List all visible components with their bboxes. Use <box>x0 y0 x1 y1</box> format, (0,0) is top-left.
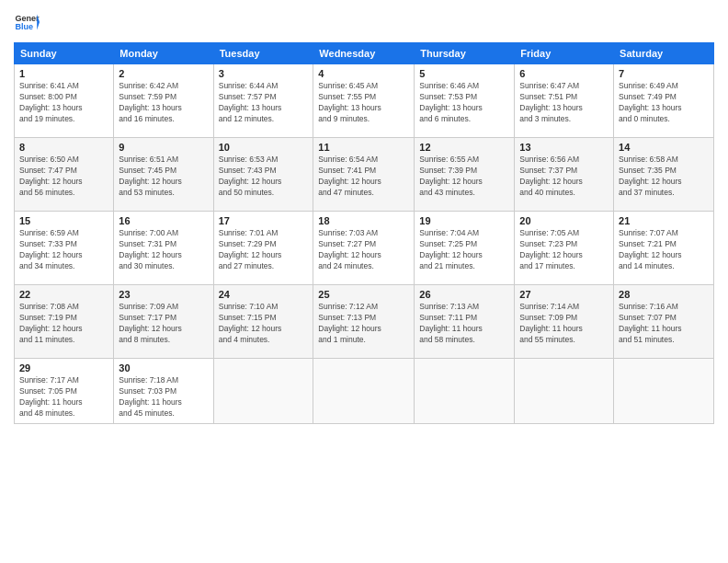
weekday-tuesday: Tuesday <box>213 43 313 64</box>
calendar-cell <box>313 359 415 424</box>
day-info: Sunrise: 7:05 AM Sunset: 7:23 PM Dayligh… <box>519 228 609 272</box>
day-info: Sunrise: 7:14 AM Sunset: 7:09 PM Dayligh… <box>519 302 609 346</box>
logo: General Blue <box>14 9 40 35</box>
calendar-cell: 6Sunrise: 6:47 AM Sunset: 7:51 PM Daylig… <box>515 64 614 138</box>
calendar-cell: 8Sunrise: 6:50 AM Sunset: 7:47 PM Daylig… <box>15 138 114 212</box>
day-info: Sunrise: 7:03 AM Sunset: 7:27 PM Dayligh… <box>318 228 409 272</box>
day-number: 7 <box>619 68 709 79</box>
day-number: 21 <box>619 215 709 226</box>
day-number: 20 <box>519 215 609 226</box>
day-number: 26 <box>419 289 509 300</box>
calendar-cell: 24Sunrise: 7:10 AM Sunset: 7:15 PM Dayli… <box>213 285 313 359</box>
svg-text:Blue: Blue <box>15 22 33 31</box>
calendar-week-3: 15Sunrise: 6:59 AM Sunset: 7:33 PM Dayli… <box>15 212 714 285</box>
day-number: 16 <box>119 215 208 226</box>
calendar-cell: 15Sunrise: 6:59 AM Sunset: 7:33 PM Dayli… <box>15 212 114 285</box>
calendar-cell <box>415 359 515 424</box>
day-number: 13 <box>519 142 609 153</box>
calendar-week-5: 29Sunrise: 7:17 AM Sunset: 7:05 PM Dayli… <box>15 359 714 424</box>
day-number: 9 <box>119 142 208 153</box>
day-info: Sunrise: 6:44 AM Sunset: 7:57 PM Dayligh… <box>219 81 309 125</box>
day-info: Sunrise: 7:04 AM Sunset: 7:25 PM Dayligh… <box>419 228 509 272</box>
day-number: 2 <box>119 68 208 79</box>
day-info: Sunrise: 7:12 AM Sunset: 7:13 PM Dayligh… <box>318 302 409 346</box>
day-info: Sunrise: 6:59 AM Sunset: 7:33 PM Dayligh… <box>19 228 108 272</box>
day-info: Sunrise: 6:55 AM Sunset: 7:39 PM Dayligh… <box>419 155 509 199</box>
calendar-cell: 1Sunrise: 6:41 AM Sunset: 8:00 PM Daylig… <box>15 64 114 138</box>
day-number: 8 <box>19 142 108 153</box>
day-number: 24 <box>219 289 309 300</box>
day-info: Sunrise: 7:00 AM Sunset: 7:31 PM Dayligh… <box>119 228 208 272</box>
weekday-wednesday: Wednesday <box>313 43 415 64</box>
day-number: 28 <box>619 289 709 300</box>
day-info: Sunrise: 7:17 AM Sunset: 7:05 PM Dayligh… <box>19 375 108 419</box>
weekday-thursday: Thursday <box>415 43 515 64</box>
day-number: 12 <box>419 142 509 153</box>
day-info: Sunrise: 7:07 AM Sunset: 7:21 PM Dayligh… <box>619 228 709 272</box>
weekday-monday: Monday <box>114 43 213 64</box>
day-info: Sunrise: 6:45 AM Sunset: 7:55 PM Dayligh… <box>318 81 409 125</box>
calendar-week-4: 22Sunrise: 7:08 AM Sunset: 7:19 PM Dayli… <box>15 285 714 359</box>
calendar-cell: 16Sunrise: 7:00 AM Sunset: 7:31 PM Dayli… <box>114 212 213 285</box>
calendar-cell: 5Sunrise: 6:46 AM Sunset: 7:53 PM Daylig… <box>415 64 515 138</box>
day-info: Sunrise: 6:42 AM Sunset: 7:59 PM Dayligh… <box>119 81 208 125</box>
weekday-saturday: Saturday <box>614 43 714 64</box>
calendar-week-1: 1Sunrise: 6:41 AM Sunset: 8:00 PM Daylig… <box>15 64 714 138</box>
day-number: 27 <box>519 289 609 300</box>
calendar-cell: 27Sunrise: 7:14 AM Sunset: 7:09 PM Dayli… <box>515 285 614 359</box>
day-number: 3 <box>219 68 309 79</box>
day-number: 10 <box>219 142 309 153</box>
day-info: Sunrise: 6:46 AM Sunset: 7:53 PM Dayligh… <box>419 81 509 125</box>
day-number: 19 <box>419 215 509 226</box>
day-number: 23 <box>119 289 208 300</box>
calendar-cell: 3Sunrise: 6:44 AM Sunset: 7:57 PM Daylig… <box>213 64 313 138</box>
day-info: Sunrise: 6:47 AM Sunset: 7:51 PM Dayligh… <box>519 81 609 125</box>
logo-icon: General Blue <box>14 9 40 35</box>
calendar-cell: 20Sunrise: 7:05 AM Sunset: 7:23 PM Dayli… <box>515 212 614 285</box>
day-number: 15 <box>19 215 108 226</box>
day-number: 14 <box>619 142 709 153</box>
day-info: Sunrise: 6:51 AM Sunset: 7:45 PM Dayligh… <box>119 155 208 199</box>
weekday-friday: Friday <box>515 43 614 64</box>
day-info: Sunrise: 7:01 AM Sunset: 7:29 PM Dayligh… <box>219 228 309 272</box>
day-info: Sunrise: 6:41 AM Sunset: 8:00 PM Dayligh… <box>19 81 108 125</box>
day-number: 25 <box>318 289 409 300</box>
calendar-cell: 23Sunrise: 7:09 AM Sunset: 7:17 PM Dayli… <box>114 285 213 359</box>
calendar-cell <box>614 359 714 424</box>
calendar-cell: 22Sunrise: 7:08 AM Sunset: 7:19 PM Dayli… <box>15 285 114 359</box>
day-number: 17 <box>219 215 309 226</box>
day-info: Sunrise: 6:54 AM Sunset: 7:41 PM Dayligh… <box>318 155 409 199</box>
calendar-cell: 11Sunrise: 6:54 AM Sunset: 7:41 PM Dayli… <box>313 138 415 212</box>
calendar-cell: 18Sunrise: 7:03 AM Sunset: 7:27 PM Dayli… <box>313 212 415 285</box>
calendar-cell: 10Sunrise: 6:53 AM Sunset: 7:43 PM Dayli… <box>213 138 313 212</box>
day-number: 4 <box>318 68 409 79</box>
calendar-cell: 2Sunrise: 6:42 AM Sunset: 7:59 PM Daylig… <box>114 64 213 138</box>
calendar-cell: 28Sunrise: 7:16 AM Sunset: 7:07 PM Dayli… <box>614 285 714 359</box>
svg-text:General: General <box>15 14 40 23</box>
day-info: Sunrise: 7:13 AM Sunset: 7:11 PM Dayligh… <box>419 302 509 346</box>
day-number: 29 <box>19 362 108 373</box>
calendar-table: SundayMondayTuesdayWednesdayThursdayFrid… <box>14 42 714 424</box>
calendar-cell: 26Sunrise: 7:13 AM Sunset: 7:11 PM Dayli… <box>415 285 515 359</box>
calendar-cell: 19Sunrise: 7:04 AM Sunset: 7:25 PM Dayli… <box>415 212 515 285</box>
day-number: 22 <box>19 289 108 300</box>
day-info: Sunrise: 6:53 AM Sunset: 7:43 PM Dayligh… <box>219 155 309 199</box>
calendar-cell: 4Sunrise: 6:45 AM Sunset: 7:55 PM Daylig… <box>313 64 415 138</box>
day-number: 18 <box>318 215 409 226</box>
calendar-cell: 9Sunrise: 6:51 AM Sunset: 7:45 PM Daylig… <box>114 138 213 212</box>
day-info: Sunrise: 7:16 AM Sunset: 7:07 PM Dayligh… <box>619 302 709 346</box>
calendar-week-2: 8Sunrise: 6:50 AM Sunset: 7:47 PM Daylig… <box>15 138 714 212</box>
day-number: 6 <box>519 68 609 79</box>
calendar-cell: 29Sunrise: 7:17 AM Sunset: 7:05 PM Dayli… <box>15 359 114 424</box>
day-number: 1 <box>19 68 108 79</box>
day-info: Sunrise: 7:18 AM Sunset: 7:03 PM Dayligh… <box>119 375 208 419</box>
day-info: Sunrise: 7:09 AM Sunset: 7:17 PM Dayligh… <box>119 302 208 346</box>
calendar-cell: 21Sunrise: 7:07 AM Sunset: 7:21 PM Dayli… <box>614 212 714 285</box>
day-number: 30 <box>119 362 208 373</box>
calendar-cell <box>213 359 313 424</box>
weekday-header-row: SundayMondayTuesdayWednesdayThursdayFrid… <box>15 43 714 64</box>
day-info: Sunrise: 6:58 AM Sunset: 7:35 PM Dayligh… <box>619 155 709 199</box>
day-info: Sunrise: 7:08 AM Sunset: 7:19 PM Dayligh… <box>19 302 108 346</box>
day-info: Sunrise: 6:49 AM Sunset: 7:49 PM Dayligh… <box>619 81 709 125</box>
calendar-cell: 13Sunrise: 6:56 AM Sunset: 7:37 PM Dayli… <box>515 138 614 212</box>
